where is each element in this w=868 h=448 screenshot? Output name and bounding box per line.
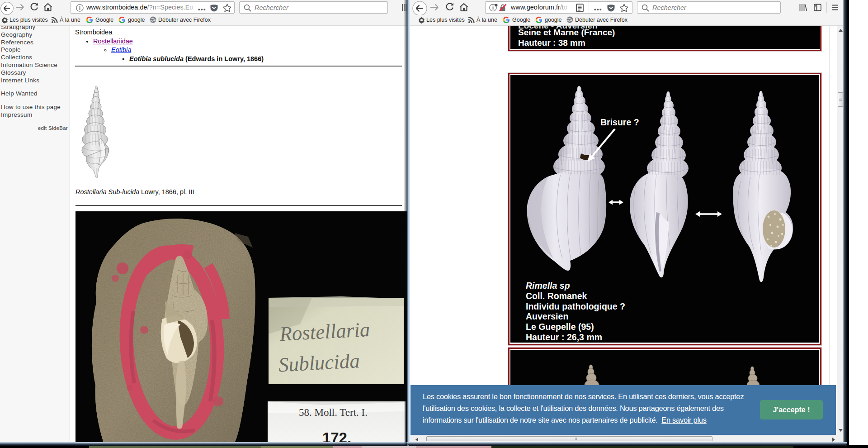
svg-text:Coll. Romanek: Coll. Romanek	[526, 291, 587, 301]
svg-text:Auversien: Auversien	[526, 311, 568, 321]
svg-text:Hauteur : 26,3 mm: Hauteur : 26,3 mm	[526, 332, 602, 342]
svg-text:Rostellaria: Rostellaria	[278, 318, 370, 345]
svg-text:Le Guepelle (95): Le Guepelle (95)	[526, 322, 594, 332]
svg-text:Sublucida: Sublucida	[278, 349, 360, 376]
svg-text:Individu pathologique ?: Individu pathologique ?	[526, 301, 625, 311]
svg-text:Brisure ?: Brisure ?	[600, 117, 639, 127]
svg-text:58. Moll. Tert. I.: 58. Moll. Tert. I.	[299, 407, 368, 418]
svg-text:Rimella sp: Rimella sp	[526, 281, 570, 291]
svg-text:172.: 172.	[322, 429, 351, 442]
